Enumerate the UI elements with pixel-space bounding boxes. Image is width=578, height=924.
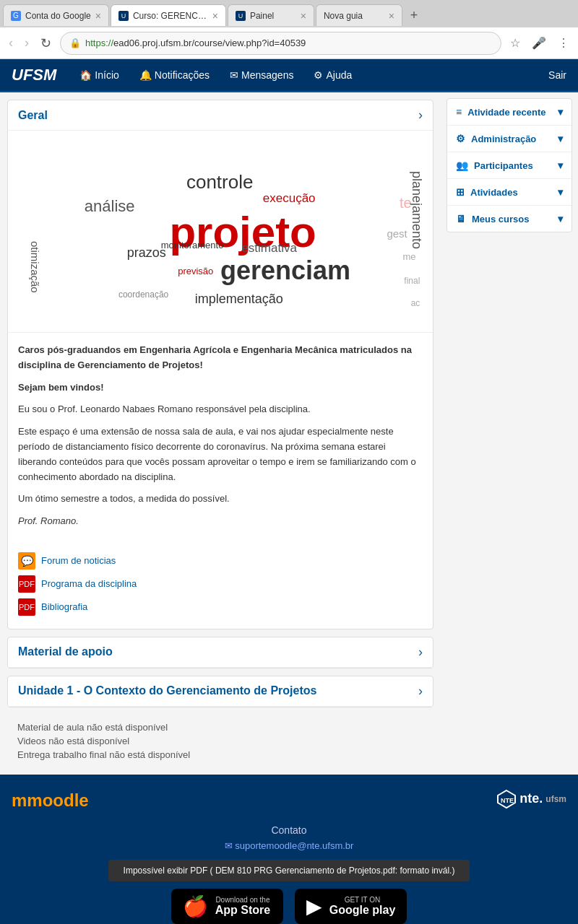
tab-favicon-3: U [236, 11, 246, 21]
sidebar-item-left-5: 🖥 Meus cursos [456, 213, 529, 225]
sidebar-atividades-label: Atividades [470, 187, 518, 198]
word-previsao: previsão [178, 266, 213, 276]
bookmark-button[interactable]: ☆ [507, 33, 523, 53]
word-estimativa: estimativa [241, 241, 297, 256]
unidade-section-header[interactable]: Unidade 1 - O Contexto do Gerenciamento … [8, 676, 433, 707]
footer-contact: Contato [12, 824, 566, 836]
site-footer: mmoodle NTE nte.ufsm Contato ✉ suportemo… [0, 775, 578, 924]
refresh-button[interactable]: ↻ [38, 32, 54, 54]
sidebar-item-left-3: 👥 Participantes [456, 160, 533, 171]
unidade-title: Unidade 1 - O Contexto do Gerenciamento … [18, 684, 316, 697]
pdf-error-message: Impossível exibir PDF ( DEM 810 PRG Gere… [108, 860, 470, 881]
signature: Prof. Romano. [18, 514, 423, 529]
geral-arrow-icon[interactable]: › [418, 108, 423, 123]
tab-conta-google[interactable]: G Conta do Google × [3, 4, 109, 26]
list-icon: ≡ [456, 106, 462, 118]
material-arrow-icon[interactable]: › [418, 645, 423, 660]
tab-close-icon[interactable]: × [95, 10, 101, 22]
lock-icon: 🔒 [69, 38, 81, 48]
material-section: Material de apoio › [7, 637, 434, 668]
word-execucao: execução [263, 191, 316, 206]
chevron-down-icon-2: ▾ [558, 133, 563, 144]
tab-close-icon-3[interactable]: × [301, 10, 306, 22]
google-play-large: Google play [329, 904, 396, 917]
geral-title: Geral [18, 109, 48, 122]
unidade-arrow-icon[interactable]: › [418, 684, 423, 699]
links-list: 💬 Forum de noticias PDF Programa da disc… [8, 546, 433, 629]
word-final: final [404, 276, 420, 286]
site-header: UFSM 🏠 Início 🔔 Notificações ✉ Mensagens… [0, 59, 578, 91]
grid-icon: ⊞ [456, 186, 465, 198]
sidebar-item-meus-cursos[interactable]: 🖥 Meus cursos ▾ [447, 206, 571, 232]
sidebar-item-left-1: ≡ Atividade recente [456, 106, 546, 118]
url-display: https://ead06.proj.ufsm.br/course/view.p… [85, 38, 492, 48]
sidebar-item-participantes[interactable]: 👥 Participantes ▾ [447, 152, 571, 179]
unavailable-list: Material de aula não está disponível Vid… [7, 715, 434, 767]
app-store-text: Download on the App Store [215, 896, 270, 917]
link-forum[interactable]: 💬 Forum de noticias [18, 549, 423, 572]
material-title: Material de apoio [18, 645, 113, 658]
new-tab-button[interactable]: + [404, 5, 424, 25]
tab-close-icon-4[interactable]: × [389, 10, 394, 22]
paragraph1: Eu sou o Prof. Leonardo Nabaes Romano re… [18, 402, 423, 417]
back-button[interactable]: ‹ [6, 32, 16, 53]
nav-inicio-label: Início [95, 69, 118, 81]
tab-label-3: Painel [250, 11, 296, 21]
link-programa[interactable]: PDF Programa da disciplina [18, 572, 423, 596]
sidebar: ≡ Atividade recente ▾ ⚙ Administração ▾ … [441, 92, 578, 775]
app-store-button[interactable]: 🍎 Download on the App Store [171, 889, 283, 924]
browser-tabs: G Conta do Google × U Curso: GERENCIAM..… [0, 0, 578, 27]
footer-logos: mmoodle NTE nte.ufsm [12, 789, 566, 813]
main-layout: Geral › projeto gerenciam controle análi… [0, 92, 578, 775]
google-play-small: GET IT ON [329, 896, 396, 904]
word-controle: controle [186, 171, 254, 193]
google-play-text: GET IT ON Google play [329, 896, 396, 917]
nav-notificacoes-label: Notificações [155, 69, 210, 81]
tab-curso[interactable]: U Curso: GERENCIAM... × [111, 4, 226, 26]
menu-button[interactable]: ⋮ [555, 33, 572, 53]
svg-text:NTE: NTE [501, 797, 514, 804]
url-body: ead06.proj.ufsm.br/course/view.php?id=40… [113, 38, 306, 48]
link-bibliografia[interactable]: PDF Bibliografia [18, 596, 423, 619]
sidebar-item-administracao[interactable]: ⚙ Administração ▾ [447, 126, 571, 152]
welcome-text: Sejam bem vindos! [18, 380, 423, 396]
moodle-m: m [12, 790, 27, 810]
word-monitoramento: monitoramento [161, 240, 224, 250]
gear-icon: ⚙ [456, 133, 465, 144]
microphone-button[interactable]: 🎤 [529, 33, 549, 53]
nav-mensagens-label: Mensagens [241, 69, 293, 81]
forum-icon: 💬 [18, 552, 35, 570]
footer-email[interactable]: ✉ suportemoodle@nte.ufsm.br [12, 840, 566, 851]
google-play-button[interactable]: ▶ GET IT ON Google play [295, 889, 407, 924]
word-implementacao: implementação [195, 292, 283, 307]
chevron-down-icon-1: ▾ [558, 106, 563, 118]
sidebar-meus-cursos-label: Meus cursos [472, 214, 529, 225]
play-icon: ▶ [306, 894, 322, 918]
nav-notificacoes[interactable]: 🔔 Notificações [131, 65, 218, 85]
word-te: te [400, 195, 412, 212]
nav-inicio[interactable]: 🏠 Início [71, 65, 127, 85]
monitor-icon: 🖥 [456, 213, 466, 225]
url-https: https:// [85, 38, 113, 48]
sidebar-item-atividades[interactable]: ⊞ Atividades ▾ [447, 179, 571, 206]
sidebar-item-atividade[interactable]: ≡ Atividade recente ▾ [447, 99, 571, 126]
geral-section-header[interactable]: Geral › [8, 100, 433, 131]
tab-nova-guia[interactable]: Nova guia × [316, 4, 402, 26]
unidade-section: Unidade 1 - O Contexto do Gerenciamento … [7, 676, 434, 707]
tab-close-icon-2[interactable]: × [212, 10, 218, 22]
paragraph2: Este espaço é uma extensão de nossa sala… [18, 424, 423, 484]
address-bar[interactable]: 🔒 https://ead06.proj.ufsm.br/course/view… [60, 32, 501, 55]
mail-icon: ✉ [230, 69, 238, 81]
nav-mensagens[interactable]: ✉ Mensagens [221, 65, 302, 85]
moodle-logo: mmoodle [12, 790, 89, 811]
chevron-down-icon-5: ▾ [558, 213, 563, 225]
word-coordenacao: coordenação [118, 289, 168, 300]
forward-button[interactable]: › [22, 32, 32, 53]
tab-painel[interactable]: U Painel × [228, 4, 314, 26]
material-section-header[interactable]: Material de apoio › [8, 637, 433, 668]
tab-label-4: Nova guia [324, 11, 384, 21]
logout-button[interactable]: Sair [548, 69, 566, 81]
nte-icon: NTE [496, 789, 517, 809]
unavailable-item-3: Entrega trabalho final não está disponív… [17, 748, 423, 762]
nav-ajuda[interactable]: ⚙ Ajuda [305, 65, 361, 85]
